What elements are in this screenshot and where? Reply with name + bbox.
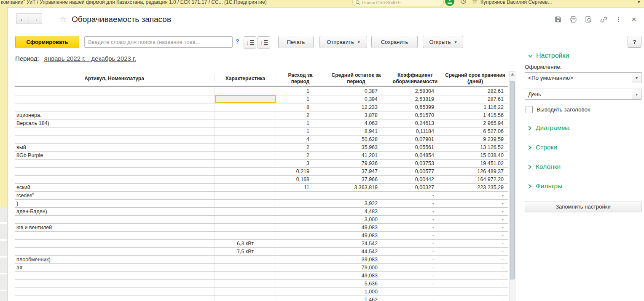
table-cell[interactable]: -: [443, 232, 508, 239]
print-preview-icon[interactable]: [584, 15, 593, 24]
table-cell[interactable]: 6 527,06: [443, 127, 508, 135]
table-cell[interactable]: 0,65399: [388, 103, 443, 111]
table-cell[interactable]: 19 451,02: [443, 160, 508, 167]
select-dropdown-button[interactable]: ▾: [632, 89, 641, 99]
column-header-consumption[interactable]: Расход за период: [276, 72, 325, 85]
table-cell[interactable]: -: [443, 288, 508, 296]
table-cell[interactable]: [15, 160, 215, 167]
service-icon[interactable]: [445, 0, 454, 6]
table-cell[interactable]: -: [388, 216, 443, 223]
show-header-option[interactable]: Выводить заголовок: [526, 106, 644, 113]
table-cell[interactable]: вый: [15, 144, 215, 151]
table-cell[interactable]: -: [388, 240, 443, 247]
table-cell[interactable]: [215, 168, 276, 175]
table-cell[interactable]: ): [15, 200, 215, 207]
table-cell[interactable]: 9 239,59: [443, 136, 508, 143]
table-cell[interactable]: 35,963: [325, 144, 388, 151]
select-dropdown-button[interactable]: ▾: [632, 73, 641, 83]
more-actions-icon[interactable]: ⋮: [614, 15, 623, 24]
table-cell[interactable]: 0,00327: [388, 184, 443, 191]
table-cell[interactable]: 1 116,22: [443, 103, 508, 111]
table-cell[interactable]: [276, 208, 325, 215]
table-cell[interactable]: -: [443, 248, 508, 255]
table-cell[interactable]: 41,201: [325, 152, 388, 159]
table-cell[interactable]: -: [388, 288, 443, 296]
save-icon[interactable]: [554, 15, 562, 24]
table-cell[interactable]: -: [443, 280, 508, 287]
settings-section-фильтры[interactable]: Фильтры: [528, 182, 644, 190]
table-cell[interactable]: [215, 87, 276, 95]
table-cell[interactable]: 15 038,40: [443, 152, 508, 159]
table-cell[interactable]: [15, 127, 215, 135]
table-cell[interactable]: [215, 288, 276, 296]
table-cell[interactable]: -: [443, 240, 508, 247]
table-cell[interactable]: [276, 240, 325, 247]
nav-forward-button[interactable]: →: [29, 13, 42, 24]
table-cell[interactable]: 37,947: [325, 168, 388, 175]
table-cell[interactable]: 1: [276, 95, 325, 103]
table-cell[interactable]: [215, 200, 276, 207]
print-button[interactable]: Печать: [278, 36, 314, 48]
table-cell[interactable]: -: [388, 248, 443, 255]
table-cell[interactable]: 49,083: [325, 272, 388, 279]
table-cell[interactable]: 8: [276, 103, 325, 111]
favorites-star-icon[interactable]: ☆: [472, 0, 478, 5]
table-cell[interactable]: 0,11184: [388, 127, 443, 135]
table-cell[interactable]: -: [443, 216, 508, 223]
table-cell[interactable]: 3: [276, 160, 325, 167]
table-cell[interactable]: [15, 168, 215, 175]
get-link-icon[interactable]: [599, 15, 608, 24]
appearance-select[interactable]: <По умолчанию> ▾: [525, 72, 641, 83]
table-cell[interactable]: [276, 256, 325, 263]
table-cell[interactable]: 12,233: [325, 103, 388, 111]
collapse-groups-button[interactable]: ↑: [258, 36, 270, 49]
table-cell[interactable]: [15, 280, 215, 287]
table-cell[interactable]: [215, 264, 276, 271]
table-cell[interactable]: rcedes": [15, 192, 215, 199]
table-cell[interactable]: [215, 272, 276, 279]
table-cell[interactable]: -: [443, 272, 508, 279]
table-cell[interactable]: 37,966: [325, 176, 388, 183]
table-cell[interactable]: 0,04854: [388, 152, 443, 159]
table-cell[interactable]: 0,219: [276, 168, 325, 175]
table-cell[interactable]: -: [443, 208, 508, 215]
table-cell[interactable]: 44,542: [325, 248, 388, 255]
period-value-link[interactable]: январь 2022 г. - декабрь 2023 г.: [44, 55, 136, 62]
table-cell[interactable]: 0,00442: [388, 176, 443, 183]
table-cell[interactable]: 0,51570: [388, 111, 443, 119]
table-cell[interactable]: [15, 272, 215, 279]
table-cell[interactable]: -: [388, 272, 443, 279]
column-header-avg-storage-days[interactable]: Средний срок хранения (дней): [443, 72, 508, 85]
table-cell[interactable]: [276, 224, 325, 231]
table-cell[interactable]: [15, 248, 215, 255]
table-cell[interactable]: 1,462: [325, 296, 388, 301]
table-cell[interactable]: -: [388, 296, 443, 301]
table-cell[interactable]: [276, 296, 325, 301]
table-cell[interactable]: -: [388, 256, 443, 263]
table-cell[interactable]: [15, 216, 215, 223]
table-cell[interactable]: 1 415,56: [443, 111, 508, 119]
table-cell[interactable]: 6,3 кВт: [215, 240, 276, 247]
search-help-icon[interactable]: ?: [236, 38, 239, 45]
selected-cell[interactable]: [215, 95, 276, 103]
settings-section-header[interactable]: Настройки: [523, 52, 644, 60]
table-cell[interactable]: [215, 256, 276, 263]
table-cell[interactable]: [215, 119, 276, 127]
table-cell[interactable]: 4,063: [325, 119, 388, 127]
table-cell[interactable]: [276, 232, 325, 239]
period-unit-select[interactable]: День ▾: [525, 89, 641, 100]
table-cell[interactable]: [215, 232, 276, 239]
column-header-turnover-ratio[interactable]: Коэффициент оборачиваемости: [388, 72, 443, 85]
favorite-toggle-icon[interactable]: ☆: [59, 14, 67, 24]
table-cell[interactable]: 1: [276, 119, 325, 127]
table-cell[interactable]: иционера.: [15, 111, 215, 119]
table-cell[interactable]: 2,58304: [388, 87, 443, 95]
table-cell[interactable]: 3,922: [325, 200, 388, 207]
column-header-characteristic[interactable]: Характеристика: [215, 76, 276, 82]
table-cell[interactable]: -: [388, 192, 443, 199]
table-cell[interactable]: 8Gb Purple: [15, 152, 215, 159]
table-cell[interactable]: [215, 176, 276, 183]
table-cell[interactable]: аден-Баден): [15, 208, 215, 215]
table-cell[interactable]: -: [388, 224, 443, 231]
nav-back-button[interactable]: ←: [16, 13, 29, 24]
